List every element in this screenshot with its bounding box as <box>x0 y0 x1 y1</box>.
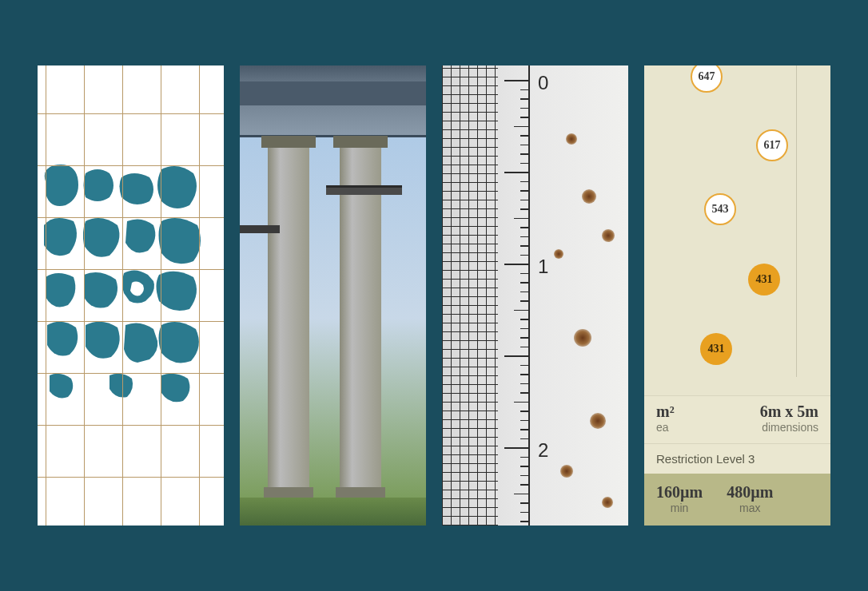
rust-spot <box>560 465 573 478</box>
min-value-block: 160µm min <box>656 483 703 514</box>
measurement-marker[interactable]: 617 <box>756 129 788 161</box>
ruler-measurement-panel: 0 1 2 <box>442 65 628 526</box>
max-value-block: 480µm max <box>727 483 773 514</box>
ground <box>240 498 426 526</box>
abstract-pattern-panel <box>38 65 224 526</box>
rust-spot <box>602 229 615 242</box>
rust-spot <box>602 497 613 508</box>
map-gridline <box>796 65 797 377</box>
ruler-mark: 1 <box>538 256 548 278</box>
measurement-marker[interactable]: 543 <box>704 193 736 225</box>
info-section: m² ea 6m x 5m dimensions Restriction Lev… <box>644 395 830 526</box>
area-info: m² ea <box>656 403 675 434</box>
maintenance-platform <box>326 185 402 195</box>
measurement-marker[interactable]: 647 <box>691 65 723 93</box>
ruler-mark: 2 <box>538 439 548 462</box>
rust-spot <box>574 329 591 347</box>
rust-spot <box>554 249 563 259</box>
measurement-map-panel: 647617543431431 m² ea 6m x 5m dimensions… <box>644 65 830 526</box>
grid-overlay <box>38 65 224 526</box>
ruler-mark: 0 <box>538 72 548 94</box>
measurement-marker[interactable]: 431 <box>700 333 732 365</box>
dimensions-info: 6m x 5m dimensions <box>760 403 818 434</box>
ruler-edge <box>528 65 530 526</box>
bridge-pillar <box>268 136 309 502</box>
crosshatch-scale <box>442 65 498 526</box>
range-bar: 160µm min 480µm max <box>644 474 830 526</box>
restriction-level: Restriction Level 3 <box>644 443 830 474</box>
rust-spot <box>590 413 606 429</box>
bridge-photo-panel <box>240 65 426 526</box>
measurement-marker[interactable]: 431 <box>748 264 780 296</box>
rust-spot <box>566 133 577 145</box>
bridge-deck <box>240 65 426 137</box>
maintenance-platform <box>240 225 280 233</box>
rust-spot <box>582 189 596 204</box>
